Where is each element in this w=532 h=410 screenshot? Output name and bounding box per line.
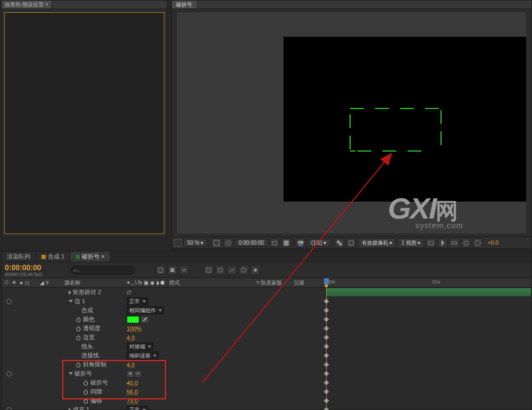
miter-value[interactable]: 4.0 — [127, 362, 135, 368]
fast-preview-button[interactable] — [438, 238, 447, 248]
preview-tab[interactable]: 破折号 — [172, 1, 196, 9]
row-color[interactable]: Ő 颜色 — [2, 315, 326, 324]
eyedropper-button[interactable] — [140, 316, 149, 323]
fill-mode-dropdown[interactable]: 正常 — [127, 406, 148, 410]
row-stroke-width[interactable]: Ő 边宽 4.0 — [2, 333, 326, 342]
brainstorm-button[interactable] — [239, 265, 248, 275]
tab-comp-1[interactable]: 合成 1 — [36, 252, 70, 262]
pixel-aspect-button[interactable] — [426, 238, 436, 248]
auto-keyframe-button[interactable] — [251, 265, 260, 275]
line-cap-dropdown[interactable]: 对接端 — [127, 342, 153, 350]
layer-duration-bar[interactable] — [326, 288, 531, 297]
color-management-button[interactable] — [296, 238, 305, 248]
add-dash-button[interactable]: + — [127, 370, 134, 378]
composite-dropdown[interactable]: 相同编组作 — [127, 306, 164, 314]
source-name-header[interactable]: 源名称 — [62, 279, 124, 287]
preview-toolbar: 50 %▾ 0:00:00:00 (1/2) ▾ 有效摄像机 ▾ 1 视图 ▾ … — [172, 237, 531, 248]
watermark-cn: 网 — [436, 198, 457, 223]
frame-blend-button[interactable] — [204, 265, 213, 275]
stopwatch-icon[interactable]: Ő — [84, 389, 89, 395]
row-fill[interactable]: 填充 1 正常 — [2, 405, 326, 410]
project-tab[interactable]: 效果和-预设设置 × — [2, 1, 52, 9]
time-ruler[interactable]: :00s 01s 02s — [326, 278, 531, 288]
mask-button[interactable] — [223, 238, 233, 248]
remove-dash-button[interactable]: − — [134, 370, 142, 378]
visibility-toggle[interactable] — [6, 299, 12, 304]
row-dashes-group[interactable]: 破折号 + − — [2, 369, 326, 378]
frame-info: 00000 (25.00 fps) — [5, 272, 68, 277]
grid-button[interactable] — [212, 238, 221, 248]
dash-value[interactable]: 40.0 — [127, 380, 138, 386]
offset-value[interactable]: 73.0 — [127, 398, 138, 404]
stopwatch-icon[interactable]: Ő — [84, 380, 89, 386]
row-line-cap[interactable]: 线头 对接端 — [2, 342, 326, 351]
motion-blur-button[interactable] — [215, 265, 225, 275]
stopwatch-icon[interactable]: Ő — [76, 362, 81, 367]
row-opacity[interactable]: Ő 透明度 100% — [2, 324, 326, 333]
svg-rect-15 — [171, 269, 174, 272]
3d-view-button[interactable] — [346, 238, 356, 248]
camera-dropdown[interactable]: 有效摄像机 ▾ — [358, 238, 396, 248]
reset-exposure-button[interactable] — [473, 238, 483, 248]
row-shape-path[interactable]: 矩形路径 2 ⇄ — [2, 288, 326, 297]
rgb-icon — [297, 240, 304, 246]
row-line-join[interactable]: 连接线 倾斜连接 — [2, 351, 326, 360]
visibility-toggle[interactable] — [6, 407, 12, 411]
row-gap[interactable]: Ő 间隙 56.0 — [2, 387, 326, 396]
svg-rect-19 — [254, 269, 257, 272]
hide-shy-button[interactable] — [179, 265, 189, 275]
gap-value[interactable]: 56.0 — [127, 389, 138, 395]
track-matte-header: T 轨道蒙版 — [256, 279, 294, 287]
visibility-toggle[interactable] — [6, 371, 12, 376]
timecode: 0:00:00:00 — [5, 263, 68, 272]
svg-rect-0 — [214, 240, 219, 246]
stopwatch-icon[interactable]: Ő — [84, 398, 89, 404]
stopwatch-icon[interactable]: Ő — [76, 326, 81, 331]
row-composite[interactable]: 合成 相同编组作 — [2, 306, 326, 315]
row-miter-limit[interactable]: Ő 斜角限制 4.0 — [2, 360, 326, 369]
transparency-grid-button[interactable] — [335, 238, 344, 248]
comp-flowchart-button[interactable] — [461, 238, 471, 248]
views-dropdown[interactable]: 1 视图 ▾ — [398, 238, 424, 248]
aspect-icon — [428, 240, 434, 246]
dashed-rectangle-shape[interactable] — [350, 108, 444, 150]
graph-editor-button[interactable] — [227, 265, 237, 275]
show-channel-button[interactable] — [281, 238, 291, 248]
current-time-display[interactable]: 0:00:00:00 — [235, 239, 268, 247]
region-of-interest-button[interactable] — [174, 239, 181, 247]
resolution-dropdown[interactable]: (1/2) ▾ — [307, 239, 330, 247]
snapshot-button[interactable] — [270, 238, 279, 248]
timeline-body: ● ◢ # 源名称 ✦◡\ fx ▣ ◉ ◗ ⬢ 模式 T 轨道蒙版 父级 矩形… — [2, 278, 531, 409]
shy-icon — [181, 267, 187, 273]
stroke-width-value[interactable]: 4.0 — [127, 334, 135, 341]
row-offset[interactable]: Ő 偏移 73.0 — [2, 396, 326, 405]
blend-mode-dropdown[interactable]: 正常 — [127, 297, 148, 305]
stopwatch-icon[interactable]: Ő — [76, 317, 81, 322]
line-join-dropdown[interactable]: 倾斜连接 — [127, 352, 159, 359]
tab-render-queue[interactable]: 渲染队列 — [2, 252, 36, 262]
camera-icon — [271, 240, 278, 246]
svg-point-20 — [5, 281, 8, 284]
row-dash[interactable]: Ő 破折号 40.0 — [2, 378, 326, 387]
timeline-right-pane[interactable]: :00s 01s 02s — [326, 278, 531, 409]
composition-canvas[interactable] — [284, 37, 526, 202]
exposure-value[interactable]: +0.0 — [485, 239, 502, 246]
opacity-value[interactable]: 100% — [127, 325, 142, 332]
svg-point-13 — [475, 240, 480, 246]
timeline-button[interactable] — [450, 238, 459, 248]
current-time[interactable]: 0:00:00:00 00000 (25.00 fps) — [2, 262, 71, 278]
lightning-icon — [439, 240, 446, 246]
comp-mini-flowchart-button[interactable] — [156, 265, 165, 275]
zoom-dropdown[interactable]: 50 %▾ — [184, 239, 207, 247]
search-input[interactable] — [71, 266, 135, 274]
stopwatch-icon[interactable]: Ő — [76, 335, 81, 340]
row-stroke[interactable]: 边 1 正常 — [2, 297, 326, 306]
svg-rect-2 — [272, 241, 277, 245]
draft-3d-button[interactable] — [168, 265, 177, 275]
aperture-icon — [475, 240, 481, 246]
parent-header: 父级 — [294, 279, 326, 287]
watermark: GXI网 system.com — [388, 191, 463, 230]
viewer-area[interactable] — [177, 12, 526, 233]
color-swatch[interactable] — [127, 316, 139, 323]
tab-dashes[interactable]: 破折号 × — [70, 252, 110, 262]
